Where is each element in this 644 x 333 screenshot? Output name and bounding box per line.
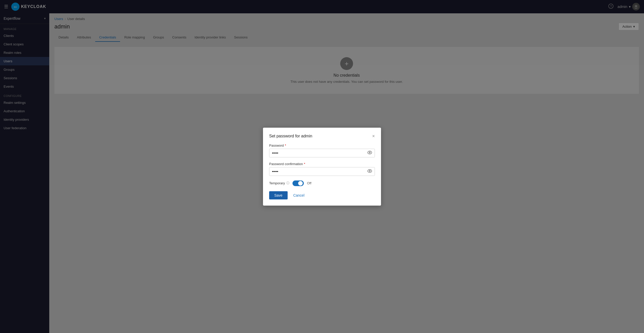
password-confirmation-required-indicator: * — [304, 162, 305, 166]
password-confirmation-label: Password confirmation * — [269, 162, 375, 166]
temporary-label: Temporary ⓘ — [269, 181, 289, 185]
modal-close-button[interactable]: × — [372, 134, 375, 138]
svg-point-8 — [368, 169, 372, 173]
modal-title: Set password for admin — [269, 134, 312, 138]
set-password-modal: Set password for admin × Password * — [263, 128, 381, 206]
modal-header: Set password for admin × — [269, 134, 375, 138]
svg-point-6 — [368, 151, 372, 154]
temporary-info-icon[interactable]: ⓘ — [286, 181, 289, 185]
password-input-wrapper — [269, 149, 375, 157]
password-label: Password * — [269, 144, 375, 147]
svg-point-9 — [369, 170, 370, 171]
password-field-group: Password * — [269, 144, 375, 157]
cancel-button[interactable]: Cancel — [290, 191, 308, 199]
password-confirmation-field-group: Password confirmation * — [269, 162, 375, 176]
password-toggle-visibility-button[interactable] — [365, 149, 375, 157]
password-input[interactable] — [269, 149, 365, 157]
password-confirmation-toggle-visibility-button[interactable] — [365, 168, 375, 175]
svg-point-7 — [369, 152, 370, 153]
temporary-toggle[interactable] — [292, 180, 304, 186]
modal-overlay[interactable]: Set password for admin × Password * — [0, 0, 644, 333]
modal-footer: Save Cancel — [269, 191, 375, 199]
save-button[interactable]: Save — [269, 191, 288, 199]
password-confirmation-input-wrapper — [269, 167, 375, 176]
password-confirmation-input[interactable] — [269, 167, 365, 176]
temporary-field-group: Temporary ⓘ Off — [269, 180, 375, 186]
toggle-off-label: Off — [307, 181, 311, 185]
password-required-indicator: * — [285, 144, 286, 147]
